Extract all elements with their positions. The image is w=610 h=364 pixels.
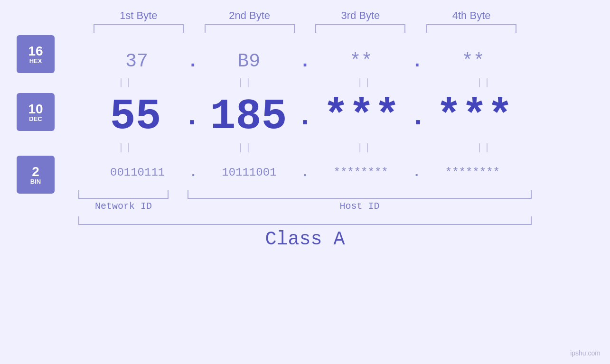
- eq6: ||: [198, 142, 293, 153]
- hex-dot1: .: [187, 51, 198, 72]
- hex-row: 37 . B9 . ** . **: [0, 47, 610, 75]
- byte1-header: 1st Byte: [91, 9, 186, 22]
- byte3-header: 3rd Byte: [313, 9, 408, 22]
- eq3: ||: [317, 77, 412, 88]
- hex-byte1: 37: [89, 51, 184, 72]
- byte4-header: 4th Byte: [424, 9, 519, 22]
- hex-dot3: .: [412, 51, 423, 72]
- dec-byte3: ***: [314, 93, 409, 141]
- eq-sep-2: || || || ||: [0, 142, 610, 153]
- network-id-label: Network ID: [78, 201, 169, 212]
- bracket-top-2: [205, 24, 295, 33]
- bin-byte3: ********: [313, 166, 408, 179]
- dec-dot3: .: [409, 101, 426, 133]
- watermark: ipshu.com: [570, 349, 601, 357]
- eq4: ||: [437, 77, 532, 88]
- eq-sep-1: || || || ||: [0, 77, 610, 88]
- bin-byte2: 10111001: [202, 166, 297, 179]
- hex-byte3: **: [314, 51, 409, 72]
- bin-dot2: .: [301, 165, 309, 180]
- bracket-top-1: [94, 24, 184, 33]
- bin-dot1: .: [189, 165, 197, 180]
- dec-byte2: 185: [201, 93, 296, 141]
- bracket-top-4: [426, 24, 516, 33]
- eq1: ||: [78, 77, 173, 88]
- bin-row: 00110111 . 10111001 . ******** . *******…: [0, 158, 610, 187]
- dec-dot1: .: [183, 101, 200, 133]
- dec-dot2: .: [296, 101, 313, 133]
- eq5: ||: [78, 142, 173, 153]
- bracket-bottom-network: [78, 190, 169, 199]
- hex-dot2: .: [299, 51, 310, 72]
- hex-byte4: **: [426, 51, 521, 72]
- class-a-label: Class A: [265, 229, 345, 250]
- eq2: ||: [198, 77, 293, 88]
- eq8: ||: [437, 142, 532, 153]
- bin-byte1: 00110111: [90, 166, 185, 179]
- hex-byte2: B9: [201, 51, 296, 72]
- byte-headers: 1st Byte 2nd Byte 3rd Byte 4th Byte: [0, 9, 610, 22]
- bin-byte4: ********: [425, 166, 520, 179]
- dec-byte1: 55: [88, 93, 183, 141]
- top-brackets: [0, 24, 610, 33]
- big-bottom-bracket: [78, 216, 532, 225]
- bracket-bottom-host: [188, 190, 532, 199]
- eq7: ||: [317, 142, 412, 153]
- bracket-top-3: [315, 24, 405, 33]
- dec-byte4: ***: [427, 93, 522, 141]
- main-container: 1st Byte 2nd Byte 3rd Byte 4th Byte 16 H…: [0, 0, 610, 364]
- dec-row: 55 . 185 . *** . ***: [0, 93, 610, 140]
- host-id-label: Host ID: [188, 201, 532, 212]
- bin-dot3: .: [413, 165, 421, 180]
- byte2-header: 2nd Byte: [202, 9, 297, 22]
